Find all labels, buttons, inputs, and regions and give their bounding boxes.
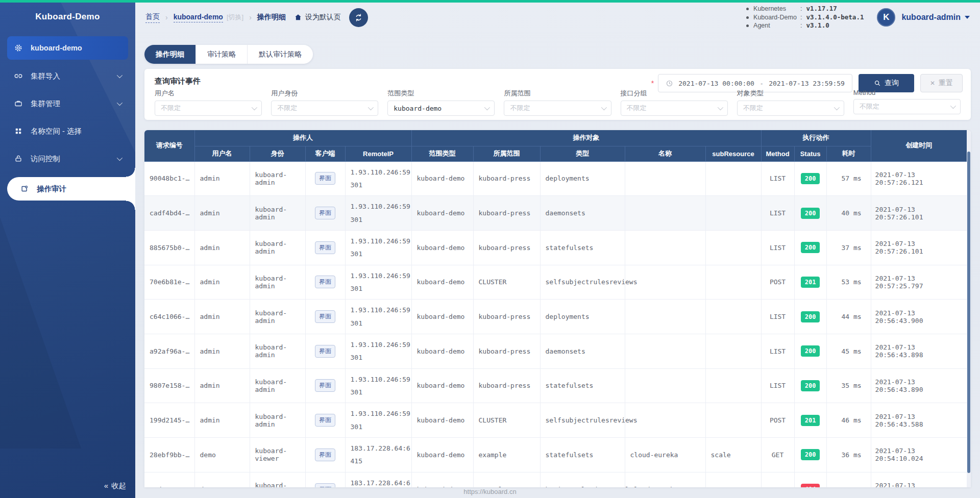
cell-client: 界面 bbox=[305, 334, 345, 368]
table-row[interactable]: 199d2145-…adminkuboard-admin界面1.93.110.2… bbox=[144, 403, 967, 438]
query-panel: 查询审计事件 * 2021-07-13 00:00:00 - 2021-07-1… bbox=[144, 69, 971, 120]
cell-scope: kuboard-press bbox=[473, 300, 540, 334]
cell-method: POST bbox=[761, 403, 794, 438]
select-placeholder: 不限定 bbox=[161, 104, 181, 113]
breadcrumb-home-link[interactable]: 首页 bbox=[145, 12, 160, 23]
client-badge: 界面 bbox=[315, 414, 335, 427]
cell-status: 200 bbox=[794, 230, 826, 265]
sidebar-item-label: 名称空间 - 选择 bbox=[31, 127, 82, 136]
chevron-down-icon bbox=[117, 72, 122, 78]
table-scrollbar[interactable] bbox=[967, 130, 971, 487]
column-header: 耗时 bbox=[826, 146, 871, 161]
table-row[interactable]: 90048bc1-…adminkuboard-admin界面1.93.110.2… bbox=[144, 161, 967, 196]
table-row[interactable]: 29d7ac47-…demokuboard-viewer界面183.17.228… bbox=[144, 472, 967, 487]
version-value: v3.1.4.0-beta.1 bbox=[806, 13, 864, 22]
cell-status: 200 bbox=[794, 161, 826, 196]
version-row: Kubernetes:v1.17.17 bbox=[746, 5, 864, 13]
cell-user: admin bbox=[194, 403, 250, 438]
refresh-button[interactable] bbox=[349, 8, 368, 27]
footer-url: https://kuboard.cn bbox=[0, 488, 980, 495]
cell-id: 885675b0-… bbox=[144, 230, 194, 265]
date-end-value: 2021-07-13 23:59:59 bbox=[769, 80, 845, 87]
sidebar-item-namespace-select[interactable]: 名称空间 - 选择 bbox=[7, 120, 128, 142]
filter-select-接口分组[interactable]: 不限定 bbox=[621, 101, 728, 116]
table-row[interactable]: cadf4bd4-…adminkuboard-admin界面1.93.110.2… bbox=[144, 196, 967, 231]
cell-sub bbox=[705, 196, 761, 231]
status-badge: 201 bbox=[801, 415, 820, 426]
cell-type: daemonsets bbox=[540, 196, 625, 231]
filter-Method: Method不限定 bbox=[853, 89, 961, 116]
cell-user: admin bbox=[194, 196, 250, 231]
status-badge: 201 bbox=[801, 277, 820, 288]
filter-row: 用户名不限定用户身份不限定范围类型kuboard-demo所属范围不限定接口分组… bbox=[155, 89, 961, 116]
breadcrumb-cluster-link[interactable]: kuboard-demo bbox=[174, 13, 223, 22]
cell-created: 2021-07-13 20:56:43.588 bbox=[871, 403, 967, 438]
table-row[interactable]: 70e6b81e-…adminkuboard-admin界面1.93.110.2… bbox=[144, 265, 967, 300]
cell-ip: 183.17.228.64:6415 bbox=[345, 438, 411, 472]
tab-bar: 操作明细审计策略默认审计策略 bbox=[144, 45, 313, 64]
cell-duration: 46 ms bbox=[826, 403, 871, 438]
table-row[interactable]: 9807e158-…adminkuboard-admin界面1.93.110.2… bbox=[144, 368, 967, 403]
cell-client: 界面 bbox=[305, 196, 345, 231]
cell-created: 2021-07-13 20:57:26.101 bbox=[871, 196, 967, 231]
home-icon bbox=[294, 13, 302, 21]
tab-操作明细[interactable]: 操作明细 bbox=[144, 45, 195, 64]
sidebar-collapse-button[interactable]: «收起 bbox=[104, 481, 126, 491]
tab-审计策略[interactable]: 审计策略 bbox=[195, 45, 247, 64]
cell-status: 200 bbox=[794, 334, 826, 368]
cell-id: a92af96a-… bbox=[144, 334, 194, 368]
cell-identity: kuboard-admin bbox=[250, 196, 305, 231]
filter-select-用户名[interactable]: 不限定 bbox=[155, 101, 262, 116]
filter-select-对象类型[interactable]: 不限定 bbox=[737, 101, 844, 116]
sidebar-item-operation-audit[interactable]: 操作审计 bbox=[7, 177, 135, 201]
query-panel-title: 查询审计事件 bbox=[155, 77, 201, 86]
cell-method: GET bbox=[761, 438, 794, 472]
search-icon bbox=[874, 80, 881, 87]
cell-type: statefulsets bbox=[540, 438, 625, 472]
cell-created: 2021-07-13 20:57:26.101 bbox=[871, 230, 967, 265]
chevron-down-icon bbox=[484, 105, 490, 110]
table-row[interactable]: c64c1066-…adminkuboard-admin界面1.93.110.2… bbox=[144, 300, 967, 334]
client-badge: 界面 bbox=[315, 310, 335, 323]
filter-接口分组: 接口分组不限定 bbox=[621, 89, 728, 116]
cell-scope: kuboard-press bbox=[473, 196, 540, 231]
status-badge: 200 bbox=[801, 311, 820, 322]
cell-scope_type: kuboard-demo bbox=[411, 230, 473, 265]
sidebar-item-access-control[interactable]: 访问控制 bbox=[7, 147, 128, 170]
filter-select-用户身份[interactable]: 不限定 bbox=[271, 101, 378, 116]
filter-select-范围类型[interactable]: kuboard-demo bbox=[387, 101, 495, 116]
cell-sub bbox=[705, 161, 761, 196]
filter-select-所属范围[interactable]: 不限定 bbox=[504, 101, 611, 116]
client-badge: 界面 bbox=[315, 172, 335, 185]
filter-label: 范围类型 bbox=[387, 89, 495, 98]
search-button-label: 查询 bbox=[885, 79, 899, 88]
chevron-down-icon bbox=[601, 105, 606, 110]
client-badge: 界面 bbox=[315, 207, 335, 219]
cell-ip: 1.93.110.246:59301 bbox=[345, 334, 411, 368]
audit-icon bbox=[19, 184, 30, 194]
select-placeholder: 不限定 bbox=[510, 104, 530, 113]
chevron-down-icon bbox=[717, 105, 723, 110]
sidebar-item-cluster-manage[interactable]: 集群管理 bbox=[7, 92, 128, 115]
avatar: K bbox=[877, 8, 895, 27]
user-menu[interactable]: K kuboard-admin bbox=[877, 8, 970, 27]
reset-button-label: 重置 bbox=[939, 79, 953, 88]
set-default-page-button[interactable]: 设为默认页 bbox=[294, 13, 341, 22]
cell-client: 界面 bbox=[305, 368, 345, 403]
filter-select-Method[interactable]: 不限定 bbox=[853, 99, 961, 114]
sidebar-item-cluster-import[interactable]: 集群导入 bbox=[7, 65, 128, 87]
cell-identity: kuboard-viewer bbox=[250, 438, 305, 472]
status-badge: 200 bbox=[801, 345, 820, 357]
cell-id: 70e6b81e-… bbox=[144, 265, 194, 300]
sidebar-item-kuboard-demo[interactable]: kuboard-demo bbox=[7, 36, 128, 60]
cell-user: admin bbox=[194, 300, 250, 334]
table-row[interactable]: 885675b0-…adminkuboard-admin界面1.93.110.2… bbox=[144, 230, 967, 265]
table-row[interactable]: a92af96a-…adminkuboard-admin界面1.93.110.2… bbox=[144, 334, 967, 368]
breadcrumb-switch-hint[interactable]: [切换] bbox=[227, 13, 243, 22]
cell-scope_type: kuboard-demo bbox=[411, 196, 473, 231]
table-row[interactable]: 28ebf9bb-…demokuboard-viewer界面183.17.228… bbox=[144, 438, 967, 472]
status-badge: 200 bbox=[801, 242, 820, 253]
tab-默认审计策略[interactable]: 默认审计策略 bbox=[247, 45, 313, 64]
cell-name bbox=[625, 196, 705, 231]
scrollbar-thumb[interactable] bbox=[967, 152, 970, 473]
